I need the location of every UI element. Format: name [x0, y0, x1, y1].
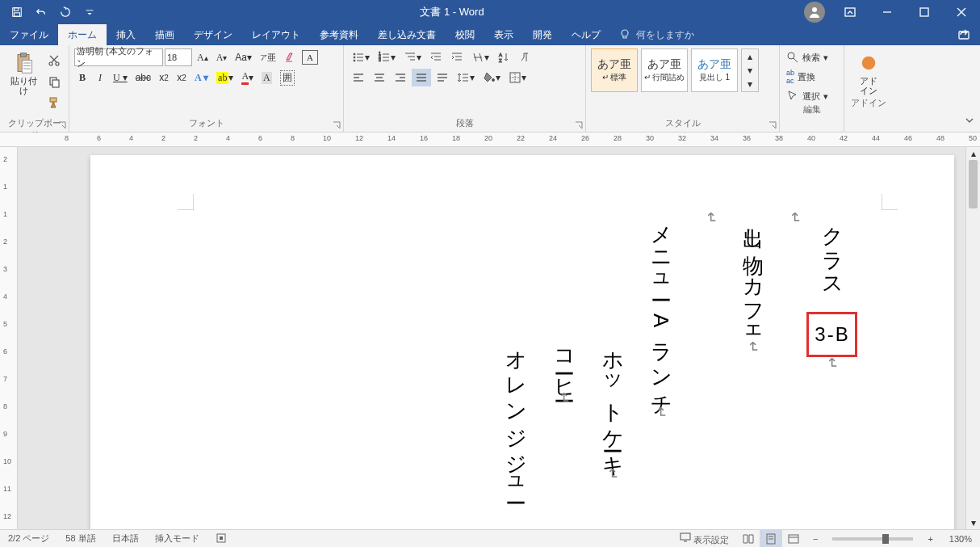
text-column-1[interactable]: クラス 3-B↵ — [806, 212, 857, 371]
tab-view[interactable]: 表示 — [484, 24, 523, 45]
text-column-6[interactable]: オレンジジュー — [496, 337, 536, 494]
asian-layout-button[interactable]: ▾ — [468, 48, 492, 66]
styles-more[interactable]: ▾ — [742, 77, 758, 90]
format-painter-button[interactable] — [44, 94, 64, 112]
language[interactable]: 日本語 — [104, 532, 147, 545]
text-effects-button[interactable]: A ▾ — [191, 69, 211, 86]
copy-button[interactable] — [44, 73, 64, 90]
cut-button[interactable] — [44, 52, 64, 69]
undo-button[interactable] — [31, 2, 52, 23]
scrollbar-thumb[interactable] — [969, 160, 978, 208]
blank-para-2[interactable]: ↵ — [692, 212, 731, 225]
document-canvas[interactable]: クラス 3-B↵ ↵ 出し物 カフェ↵ ↵ メニュー Aランチ↵ ホットケーキ↵… — [18, 147, 965, 529]
ribbon-display-button[interactable] — [831, 0, 869, 24]
tab-design[interactable]: デザイン — [184, 24, 242, 45]
text-column-3[interactable]: メニュー Aランチ↵ — [641, 212, 681, 420]
maximize-button[interactable] — [906, 0, 943, 24]
font-name-select[interactable]: 游明朝 (本文のフォン — [74, 48, 163, 66]
clear-formatting-button[interactable] — [281, 48, 300, 66]
tab-mailings[interactable]: 差し込み文書 — [368, 24, 446, 45]
bullets-button[interactable]: ▾ — [349, 48, 373, 66]
scroll-down-button[interactable]: ▾ — [966, 516, 980, 529]
tab-home[interactable]: ホーム — [58, 24, 107, 45]
zoom-thumb[interactable] — [882, 534, 889, 544]
font-dialog-launcher[interactable] — [332, 120, 341, 130]
clipboard-dialog-launcher[interactable] — [57, 120, 67, 130]
macro-recording[interactable] — [207, 532, 235, 545]
redo-button[interactable] — [55, 2, 76, 23]
tab-draw[interactable]: 描画 — [145, 24, 184, 45]
replace-button[interactable]: abac置換 — [785, 68, 839, 86]
align-left-button[interactable] — [349, 69, 368, 86]
zoom-out-button[interactable]: − — [805, 534, 826, 544]
scroll-up-button[interactable]: ▴ — [966, 147, 980, 160]
text-column-2[interactable]: 出し物 カフェ↵ — [733, 212, 773, 355]
minimize-button[interactable] — [869, 0, 906, 24]
vertical-scrollbar[interactable]: ▴ ▾ — [965, 147, 980, 529]
italic-button[interactable]: I — [92, 69, 108, 86]
tab-layout[interactable]: レイアウト — [242, 24, 310, 45]
tab-review[interactable]: 校閲 — [446, 24, 484, 45]
horizontal-ruler[interactable]: 8642246810121416182022242628303234363840… — [0, 133, 980, 147]
line-spacing-button[interactable]: ▾ — [454, 69, 478, 86]
share-button[interactable] — [948, 24, 980, 45]
styles-dialog-launcher[interactable] — [768, 120, 777, 130]
tab-insert[interactable]: 挿入 — [107, 24, 145, 45]
grow-font-button[interactable]: A▴ — [194, 48, 211, 66]
numbering-button[interactable]: 123▾ — [375, 48, 399, 66]
vertical-ruler[interactable]: 21123456789101112 — [0, 147, 18, 529]
tell-me[interactable]: 何をしますか — [610, 24, 702, 45]
save-button[interactable] — [6, 2, 27, 23]
text-column-5[interactable]: コーヒー↵ — [544, 337, 584, 406]
user-avatar[interactable] — [804, 2, 825, 23]
underline-button[interactable]: U ▾ — [110, 69, 131, 86]
increase-indent-button[interactable] — [447, 48, 467, 66]
select-button[interactable]: 選択 ▾ — [785, 89, 839, 103]
font-size-select[interactable]: 18 — [165, 48, 192, 66]
character-border-button[interactable]: 囲 — [277, 69, 298, 86]
style-normal[interactable]: あア亜↵ 標準 — [591, 48, 638, 92]
display-settings[interactable]: 表示設定 — [672, 532, 737, 546]
collapse-ribbon-button[interactable] — [964, 115, 975, 128]
enclose-characters-button[interactable]: A — [302, 50, 318, 65]
character-shading-button[interactable]: A — [258, 69, 275, 86]
zoom-slider[interactable] — [832, 537, 913, 541]
qat-customize[interactable] — [79, 2, 100, 23]
web-layout-button[interactable] — [782, 530, 805, 548]
subscript-button[interactable]: x2 — [156, 69, 172, 86]
style-no-spacing[interactable]: あア亜↵ 行間詰め — [641, 48, 688, 92]
text-column-4[interactable]: ホットケーキ↵ — [593, 337, 633, 482]
insert-mode[interactable]: 挿入モード — [147, 532, 207, 545]
align-justify-button[interactable] — [412, 69, 431, 86]
print-layout-button[interactable] — [760, 530, 782, 548]
page[interactable]: クラス 3-B↵ ↵ 出し物 カフェ↵ ↵ メニュー Aランチ↵ ホットケーキ↵… — [90, 155, 954, 529]
bold-button[interactable]: B — [74, 69, 90, 86]
paragraph-dialog-launcher[interactable] — [574, 120, 584, 130]
zoom-in-button[interactable]: + — [919, 534, 940, 544]
borders-button[interactable]: ▾ — [505, 69, 530, 86]
show-marks-button[interactable] — [515, 48, 534, 66]
align-center-button[interactable] — [370, 69, 389, 86]
decrease-indent-button[interactable] — [426, 48, 446, 66]
align-right-button[interactable] — [391, 69, 410, 86]
word-count[interactable]: 58 単語 — [57, 532, 103, 545]
tab-help[interactable]: ヘルプ — [562, 24, 610, 45]
strikethrough-button[interactable]: abc — [132, 69, 154, 86]
close-button[interactable] — [943, 0, 980, 24]
tab-file[interactable]: ファイル — [0, 24, 58, 45]
zoom-level[interactable]: 130% — [941, 534, 980, 544]
superscript-button[interactable]: x2 — [174, 69, 190, 86]
blank-para-1[interactable]: ↵ — [776, 212, 815, 225]
distribute-button[interactable] — [433, 69, 452, 86]
font-color-button[interactable]: A ▾ — [238, 69, 257, 86]
tab-references[interactable]: 参考資料 — [310, 24, 368, 45]
styles-scroll-up[interactable]: ▴ — [742, 49, 758, 63]
paste-button[interactable]: 貼り付け — [5, 48, 42, 97]
shrink-font-button[interactable]: A▾ — [213, 48, 231, 66]
page-count[interactable]: 2/2 ページ — [0, 532, 57, 545]
styles-scroll-down[interactable]: ▾ — [742, 63, 758, 77]
sort-button[interactable]: AZ — [494, 48, 513, 66]
shading-button[interactable]: ▾ — [480, 69, 504, 86]
read-mode-button[interactable] — [737, 530, 760, 548]
tab-developer[interactable]: 開発 — [523, 24, 562, 45]
